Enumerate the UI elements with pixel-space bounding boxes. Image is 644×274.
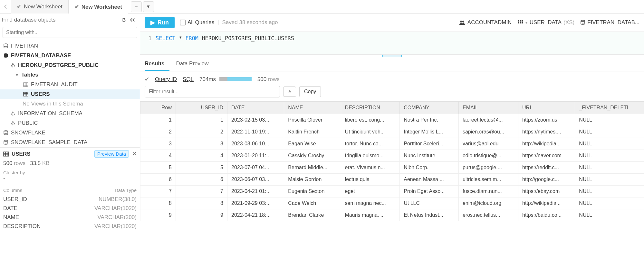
refresh-button[interactable]	[120, 16, 128, 24]
column-header[interactable]: DESCRIPTION	[341, 102, 400, 114]
table-row[interactable]: 992022-04-21 18:...Brendan ClarkeMauris …	[140, 209, 644, 221]
query-id-link[interactable]: Query ID	[155, 76, 177, 83]
table-cell: laoreet.lectus@...	[458, 114, 518, 126]
object-search-input[interactable]	[3, 27, 137, 38]
column-header[interactable]: COMPANY	[400, 102, 459, 114]
column-row[interactable]: DESCRIPTIONVARCHAR(1020)	[3, 222, 137, 231]
add-tab-button[interactable]: ＋	[131, 1, 142, 12]
table-fivetran-audit[interactable]: FIVETRAN_AUDIT	[0, 80, 140, 89]
table-row[interactable]: 222022-11-10 19:...Kaitlin FrenchUt tinc…	[140, 126, 644, 138]
rows-word: rows	[14, 160, 25, 166]
table-cell: Mauris magna. ...	[341, 209, 400, 221]
column-header[interactable]: EMAIL	[458, 102, 518, 114]
grip-icon	[382, 55, 402, 57]
svg-rect-22	[520, 20, 521, 22]
table-cell: https://zoom.us	[518, 114, 575, 126]
sql-link[interactable]: SQL	[183, 76, 194, 83]
table-cell: 8	[140, 197, 176, 209]
database-selector[interactable]: FIVETRAN_DATAB...	[580, 19, 639, 26]
tab-results[interactable]: Results	[145, 57, 169, 71]
table-row[interactable]: 772023-04-21 01:...Eugenia SextonegetPro…	[140, 186, 644, 197]
table-cell: 2023-07-07 04...	[227, 162, 284, 174]
table-cell: 7	[140, 186, 176, 197]
svg-rect-26	[522, 22, 523, 23]
column-row[interactable]: USER_IDNUMBER(38,0)	[3, 195, 137, 204]
column-row[interactable]: NAMEVARCHAR(200)	[3, 213, 137, 222]
check-icon: ✔	[17, 3, 21, 10]
column-header[interactable]: Row	[140, 102, 176, 114]
caret-down-icon: ▾	[16, 73, 20, 77]
table-cell: https://baidu.co...	[518, 209, 575, 221]
close-panel-button[interactable]: ✕	[132, 151, 137, 157]
run-button[interactable]: ▶ Run	[145, 17, 175, 28]
warehouse-selector[interactable]: ● USER_DATA (XS)	[517, 19, 574, 26]
table-cell: 2023-04-21 01:...	[227, 186, 284, 197]
tree-label: USERS	[31, 91, 50, 97]
table-row[interactable]: 882021-09-29 03:...Cade Welchsem magna n…	[140, 197, 644, 209]
sql-code: SELECT * FROM HEROKU_POSTGRES_PUBLIC.USE…	[156, 35, 294, 41]
table-cell: 2023-03-06 10...	[227, 138, 284, 150]
table-cell: Kaitlin French	[284, 126, 341, 138]
table-row[interactable]: 552023-07-07 04...Bernard Middle...erat.…	[140, 162, 644, 174]
tree-label: INFORMATION_SCHEMA	[18, 110, 82, 117]
tab-back-button[interactable]	[0, 0, 11, 14]
tab-worksheet-1[interactable]: ✔ New Worksheet	[11, 0, 69, 14]
role-selector[interactable]: ACCOUNTADMIN	[459, 19, 512, 26]
tab-data-preview[interactable]: Data Preview	[176, 57, 214, 71]
schema-information[interactable]: INFORMATION_SCHEMA	[0, 109, 140, 118]
column-header[interactable]: USER_ID	[176, 102, 227, 114]
schema-public[interactable]: PUBLIC	[0, 118, 140, 128]
tree-label: FIVETRAN	[11, 43, 38, 49]
worksheet-toolbar: ▶ Run All Queries | Saved 38 seconds ago…	[140, 14, 644, 32]
tables-node[interactable]: ▾ Tables	[0, 70, 140, 80]
checkbox-icon	[180, 20, 186, 25]
table-cell: 4	[140, 150, 176, 162]
svg-point-16	[4, 131, 8, 132]
table-metadata-panel: USERS Preview Data ✕ 500 rows 33.5 KB Cl…	[0, 147, 140, 233]
schema-icon	[10, 111, 16, 116]
table-cell: Eugenia Sexton	[284, 186, 341, 197]
copy-button[interactable]: Copy	[299, 86, 321, 97]
warehouse-name: USER_DATA	[530, 19, 562, 26]
db-snowflake-sample[interactable]: SNOWFLAKE_SAMPLE_DATA	[0, 138, 140, 147]
table-cell: NULL	[575, 162, 644, 174]
table-row[interactable]: 332023-03-06 10...Eagan Wisetortor. Nunc…	[140, 138, 644, 150]
column-header[interactable]: _FIVETRAN_DELETI	[575, 102, 644, 114]
results-grid[interactable]: RowUSER_IDDATENAMEDESCRIPTIONCOMPANYEMAI…	[140, 101, 644, 221]
tree-label: Tables	[21, 72, 38, 78]
table-users[interactable]: USERS	[0, 89, 140, 99]
column-header[interactable]: URL	[518, 102, 575, 114]
column-header[interactable]: NAME	[284, 102, 341, 114]
run-label: Run	[158, 19, 169, 26]
rows-word: rows	[268, 76, 280, 82]
schema-heroku[interactable]: HEROKU_POSTGRES_PUBLIC	[0, 60, 140, 70]
resize-handle[interactable]	[140, 55, 644, 57]
db-snowflake[interactable]: SNOWFLAKE	[0, 128, 140, 138]
table-cell: https://nytimes....	[518, 126, 575, 138]
all-queries-checkbox[interactable]: All Queries	[180, 19, 214, 26]
table-row[interactable]: 662023-06-07 03...Maisie Gordonlectus qu…	[140, 174, 644, 186]
table-cell: 2023-06-07 03...	[227, 174, 284, 186]
table-row[interactable]: 442023-01-20 11:...Cassidy Crosbyfringil…	[140, 150, 644, 162]
table-cell: Cade Welch	[284, 197, 341, 209]
column-row[interactable]: DATEVARCHAR(1020)	[3, 204, 137, 213]
preview-data-button[interactable]: Preview Data	[94, 150, 129, 158]
warehouse-size: (XS)	[563, 19, 574, 26]
refresh-icon	[121, 17, 126, 23]
table-cell: http://wikipedia...	[518, 197, 575, 209]
column-header[interactable]: DATE	[227, 102, 284, 114]
db-fivetran-database[interactable]: FIVETRAN_DATABASE	[0, 51, 140, 60]
check-icon: ✔	[74, 4, 79, 10]
tree-label: PUBLIC	[18, 120, 38, 126]
sql-editor[interactable]: 1 SELECT * FROM HEROKU_POSTGRES_PUBLIC.U…	[140, 32, 644, 55]
db-fivetran[interactable]: FIVETRAN	[0, 41, 140, 51]
table-row[interactable]: 112023-02-15 03:...Priscilla Gloverliber…	[140, 114, 644, 126]
tab-worksheet-2[interactable]: ✔ New Worksheet	[69, 0, 128, 14]
tab-menu-button[interactable]: ▾	[143, 1, 154, 12]
table-icon	[23, 92, 29, 96]
table-cell: sem magna nec...	[341, 197, 400, 209]
filter-result-input[interactable]	[145, 86, 280, 97]
saved-status: Saved 38 seconds ago	[222, 19, 278, 26]
collapse-sidebar-button[interactable]	[129, 16, 137, 24]
download-button[interactable]	[283, 87, 296, 97]
